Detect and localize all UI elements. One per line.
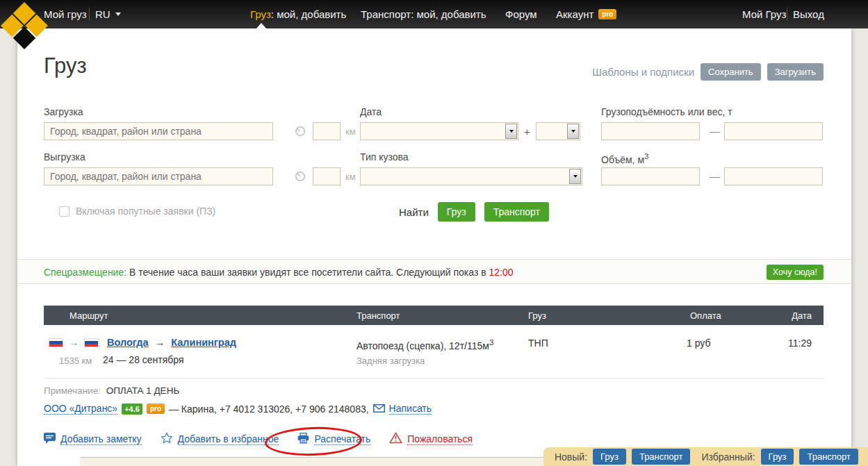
- rating-badge[interactable]: +4.6: [122, 403, 142, 415]
- volume-label: Объём, м3: [601, 151, 649, 165]
- capacity-to-input[interactable]: [724, 122, 823, 140]
- unloading-km-label: км: [345, 172, 356, 182]
- print-action[interactable]: Распечатать: [297, 433, 370, 446]
- quick-action-bar: Новый: Груз Транспорт Избранный: Груз Тр…: [543, 447, 868, 466]
- results-table-header: Маршрут Транспорт Груз Оплата Дата: [44, 306, 824, 325]
- language-label: RU: [95, 8, 110, 20]
- load-template-button[interactable]: Загрузить: [767, 63, 824, 81]
- print-link: Распечатать: [314, 433, 370, 445]
- language-selector[interactable]: RU: [95, 0, 121, 28]
- note-line: Примечание: ОПЛАТА 1 ДЕНЬ: [44, 385, 179, 396]
- company-line: ООО «Дитранс» +4.6 pro — Карина, +7 4012…: [44, 403, 432, 415]
- column-route: Маршрут: [69, 310, 108, 321]
- contact-text: — Карина, +7 4012 313026, +7 906 2148083…: [169, 403, 369, 415]
- capacity-dash: —: [710, 125, 720, 137]
- unloading-label: Выгрузка: [44, 151, 85, 163]
- new-transport-button[interactable]: Транспорт: [632, 449, 691, 465]
- loading-km-label: км: [345, 126, 356, 137]
- want-here-button[interactable]: Хочу сюда!: [767, 265, 824, 280]
- chevron-down-icon: [567, 124, 579, 139]
- tab-cargo-highlight: Груз: [250, 8, 271, 20]
- unloading-city-input[interactable]: [44, 167, 273, 185]
- route-distance: 1535 км: [59, 356, 92, 366]
- new-label: Новый:: [555, 451, 587, 463]
- nav-divider: [89, 8, 90, 21]
- pro-badge: pro: [147, 403, 165, 414]
- to-city-link[interactable]: Калининград: [171, 337, 236, 348]
- new-cargo-button[interactable]: Груз: [593, 449, 626, 465]
- actions-line: Добавить заметку Добавить в избранное Ра…: [44, 432, 473, 446]
- volume-sup: 3: [644, 151, 648, 160]
- include-checkbox[interactable]: [59, 206, 69, 217]
- clock-icon: [295, 171, 306, 185]
- body-type-label: Тип кузова: [360, 151, 409, 163]
- chevron-down-icon: [505, 124, 517, 139]
- page-title: Груз: [44, 53, 87, 78]
- add-note-link: Добавить заметку: [60, 433, 142, 445]
- find-transport-button[interactable]: Транспорт: [484, 202, 549, 222]
- warning-icon: [389, 432, 402, 446]
- route-dates: 24 — 28 сентября: [103, 354, 184, 365]
- add-favorite-action[interactable]: Добавить в избранное: [161, 432, 279, 446]
- promo-message: В течение часа ваши заявки увидят все по…: [129, 267, 486, 278]
- row-divider: [44, 378, 824, 378]
- date-select[interactable]: [360, 122, 518, 140]
- company-link[interactable]: ООО «Дитранс»: [44, 403, 117, 415]
- include-checkbox-row: Включая попутные заявки (ПЗ): [59, 206, 215, 217]
- note-icon: [44, 433, 56, 446]
- route-links: Вологда → Калининград: [107, 337, 236, 348]
- date-label: Дата: [360, 106, 382, 117]
- loading-label: Загрузка: [44, 106, 83, 117]
- favorite-cargo-button[interactable]: Груз: [761, 449, 794, 465]
- star-icon: [161, 432, 173, 446]
- date-extra-select[interactable]: [536, 122, 580, 140]
- loading-radius-input[interactable]: [313, 122, 341, 140]
- cell-cargo: ТНП: [528, 338, 548, 349]
- tab-account[interactable]: Аккаунт pro: [556, 0, 616, 28]
- unloading-radius-input[interactable]: [313, 167, 341, 185]
- favorite-transport-button[interactable]: Транспорт: [799, 449, 858, 465]
- write-link[interactable]: Написать: [389, 403, 432, 415]
- loading-city-input[interactable]: [44, 122, 273, 140]
- from-city-link[interactable]: Вологда: [107, 337, 149, 348]
- include-checkbox-label: Включая попутные заявки (ПЗ): [76, 206, 215, 217]
- find-label: Найти: [399, 206, 429, 218]
- cell-loading-type: Задняя загрузка: [357, 356, 425, 366]
- main-content: Груз Шаблоны и подписки Сохранить Загруз…: [17, 28, 851, 466]
- logout-link[interactable]: Выход: [793, 0, 824, 28]
- body-type-select[interactable]: [360, 167, 582, 185]
- volume-from-input[interactable]: [601, 167, 700, 185]
- save-template-button[interactable]: Сохранить: [701, 63, 761, 81]
- nav-my-cargo[interactable]: Мой груз: [44, 0, 87, 28]
- column-date: Дата: [792, 310, 812, 321]
- volume-to-input[interactable]: [724, 167, 823, 185]
- column-transport: Транспорт: [357, 310, 400, 321]
- find-row: Найти Груз Транспорт: [399, 202, 549, 222]
- tab-forum[interactable]: Форум: [505, 0, 537, 28]
- transport-sup: 3: [489, 338, 493, 347]
- column-cargo: Груз: [528, 310, 546, 321]
- cell-time: 11:29: [788, 338, 812, 349]
- table-row-route: → Вологда → Калининград: [49, 337, 236, 348]
- nav-divider: [787, 8, 787, 21]
- envelope-icon: [373, 403, 385, 415]
- russia-flag-icon: [49, 338, 63, 347]
- tab-account-label: Аккаунт: [556, 8, 593, 20]
- nav-my-cargo-right[interactable]: Мой Груз: [742, 0, 786, 28]
- add-note-action[interactable]: Добавить заметку: [44, 433, 142, 446]
- find-cargo-button[interactable]: Груз: [438, 202, 475, 222]
- capacity-from-input[interactable]: [601, 122, 700, 140]
- flag-arrow: →: [69, 337, 79, 348]
- report-action[interactable]: Пожаловаться: [389, 432, 473, 446]
- russia-flag-icon: [84, 338, 99, 347]
- tab-cargo-rest: : мой, добавить: [271, 8, 346, 20]
- tab-transport[interactable]: Транспорт: мой, добавить: [361, 0, 486, 28]
- templates-toolbar: Шаблоны и подписки Сохранить Загрузить: [592, 63, 824, 81]
- volume-dash: —: [710, 170, 720, 182]
- cell-transport: Автопоезд (сцепка), 12т/115м3: [357, 338, 493, 351]
- special-placement-banner: Спецразмещение: В течение часа ваши заяв…: [17, 259, 851, 284]
- top-navigation: Мой груз RU Груз : мой, добавить Транспо…: [0, 0, 868, 28]
- active-tab-indicator: [256, 23, 266, 28]
- note-text: ОПЛАТА 1 ДЕНЬ: [106, 385, 180, 396]
- clock-icon: [295, 126, 306, 140]
